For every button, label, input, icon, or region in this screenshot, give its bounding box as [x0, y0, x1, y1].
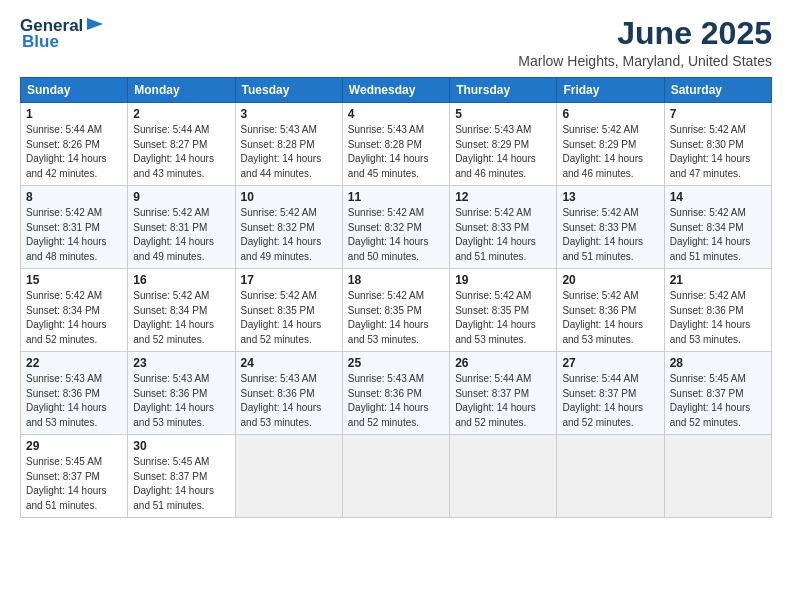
day-info: Sunrise: 5:45 AMSunset: 8:37 PMDaylight:…	[133, 455, 229, 513]
day-info: Sunrise: 5:44 AMSunset: 8:37 PMDaylight:…	[455, 372, 551, 430]
calendar-cell: 2Sunrise: 5:44 AMSunset: 8:27 PMDaylight…	[128, 103, 235, 186]
logo-flag-icon	[85, 16, 105, 36]
day-info: Sunrise: 5:42 AMSunset: 8:31 PMDaylight:…	[133, 206, 229, 264]
day-info: Sunrise: 5:44 AMSunset: 8:27 PMDaylight:…	[133, 123, 229, 181]
month-title: June 2025	[518, 16, 772, 51]
day-info: Sunrise: 5:42 AMSunset: 8:34 PMDaylight:…	[670, 206, 766, 264]
day-number: 15	[26, 273, 122, 287]
calendar-cell: 11Sunrise: 5:42 AMSunset: 8:32 PMDayligh…	[342, 186, 449, 269]
day-info: Sunrise: 5:43 AMSunset: 8:29 PMDaylight:…	[455, 123, 551, 181]
calendar-cell: 7Sunrise: 5:42 AMSunset: 8:30 PMDaylight…	[664, 103, 771, 186]
day-info: Sunrise: 5:42 AMSunset: 8:32 PMDaylight:…	[241, 206, 337, 264]
calendar-cell: 9Sunrise: 5:42 AMSunset: 8:31 PMDaylight…	[128, 186, 235, 269]
week-row-3: 22Sunrise: 5:43 AMSunset: 8:36 PMDayligh…	[21, 352, 772, 435]
day-number: 29	[26, 439, 122, 453]
day-number: 4	[348, 107, 444, 121]
location-title: Marlow Heights, Maryland, United States	[518, 53, 772, 69]
day-info: Sunrise: 5:43 AMSunset: 8:36 PMDaylight:…	[241, 372, 337, 430]
week-row-0: 1Sunrise: 5:44 AMSunset: 8:26 PMDaylight…	[21, 103, 772, 186]
day-info: Sunrise: 5:42 AMSunset: 8:29 PMDaylight:…	[562, 123, 658, 181]
logo: General Blue	[20, 16, 105, 52]
calendar-cell: 30Sunrise: 5:45 AMSunset: 8:37 PMDayligh…	[128, 435, 235, 518]
day-info: Sunrise: 5:45 AMSunset: 8:37 PMDaylight:…	[670, 372, 766, 430]
day-number: 27	[562, 356, 658, 370]
day-number: 3	[241, 107, 337, 121]
calendar-cell: 24Sunrise: 5:43 AMSunset: 8:36 PMDayligh…	[235, 352, 342, 435]
day-number: 19	[455, 273, 551, 287]
day-number: 30	[133, 439, 229, 453]
calendar-table: SundayMondayTuesdayWednesdayThursdayFrid…	[20, 77, 772, 518]
calendar-cell: 20Sunrise: 5:42 AMSunset: 8:36 PMDayligh…	[557, 269, 664, 352]
calendar-cell: 27Sunrise: 5:44 AMSunset: 8:37 PMDayligh…	[557, 352, 664, 435]
header-saturday: Saturday	[664, 78, 771, 103]
day-number: 6	[562, 107, 658, 121]
day-number: 16	[133, 273, 229, 287]
calendar-cell: 26Sunrise: 5:44 AMSunset: 8:37 PMDayligh…	[450, 352, 557, 435]
week-row-4: 29Sunrise: 5:45 AMSunset: 8:37 PMDayligh…	[21, 435, 772, 518]
calendar-cell: 15Sunrise: 5:42 AMSunset: 8:34 PMDayligh…	[21, 269, 128, 352]
day-info: Sunrise: 5:42 AMSunset: 8:34 PMDaylight:…	[133, 289, 229, 347]
day-info: Sunrise: 5:42 AMSunset: 8:31 PMDaylight:…	[26, 206, 122, 264]
week-row-1: 8Sunrise: 5:42 AMSunset: 8:31 PMDaylight…	[21, 186, 772, 269]
day-info: Sunrise: 5:42 AMSunset: 8:36 PMDaylight:…	[562, 289, 658, 347]
header-area: General Blue June 2025 Marlow Heights, M…	[20, 16, 772, 69]
day-info: Sunrise: 5:44 AMSunset: 8:37 PMDaylight:…	[562, 372, 658, 430]
calendar-cell: 23Sunrise: 5:43 AMSunset: 8:36 PMDayligh…	[128, 352, 235, 435]
day-info: Sunrise: 5:42 AMSunset: 8:35 PMDaylight:…	[241, 289, 337, 347]
day-number: 26	[455, 356, 551, 370]
day-info: Sunrise: 5:44 AMSunset: 8:26 PMDaylight:…	[26, 123, 122, 181]
calendar-cell: 16Sunrise: 5:42 AMSunset: 8:34 PMDayligh…	[128, 269, 235, 352]
day-number: 13	[562, 190, 658, 204]
day-number: 21	[670, 273, 766, 287]
calendar-cell: 5Sunrise: 5:43 AMSunset: 8:29 PMDaylight…	[450, 103, 557, 186]
day-number: 22	[26, 356, 122, 370]
day-number: 11	[348, 190, 444, 204]
day-info: Sunrise: 5:42 AMSunset: 8:36 PMDaylight:…	[670, 289, 766, 347]
header-thursday: Thursday	[450, 78, 557, 103]
day-number: 14	[670, 190, 766, 204]
day-info: Sunrise: 5:43 AMSunset: 8:36 PMDaylight:…	[133, 372, 229, 430]
calendar-cell	[342, 435, 449, 518]
day-number: 12	[455, 190, 551, 204]
week-row-2: 15Sunrise: 5:42 AMSunset: 8:34 PMDayligh…	[21, 269, 772, 352]
calendar-cell: 25Sunrise: 5:43 AMSunset: 8:36 PMDayligh…	[342, 352, 449, 435]
day-number: 2	[133, 107, 229, 121]
day-number: 10	[241, 190, 337, 204]
day-number: 17	[241, 273, 337, 287]
logo-blue-text: Blue	[22, 32, 59, 52]
svg-marker-0	[87, 18, 103, 30]
calendar-cell	[235, 435, 342, 518]
day-info: Sunrise: 5:42 AMSunset: 8:35 PMDaylight:…	[348, 289, 444, 347]
calendar-cell: 29Sunrise: 5:45 AMSunset: 8:37 PMDayligh…	[21, 435, 128, 518]
header-wednesday: Wednesday	[342, 78, 449, 103]
day-info: Sunrise: 5:42 AMSunset: 8:34 PMDaylight:…	[26, 289, 122, 347]
calendar-header-row: SundayMondayTuesdayWednesdayThursdayFrid…	[21, 78, 772, 103]
day-number: 24	[241, 356, 337, 370]
day-number: 5	[455, 107, 551, 121]
day-number: 28	[670, 356, 766, 370]
calendar-cell: 10Sunrise: 5:42 AMSunset: 8:32 PMDayligh…	[235, 186, 342, 269]
day-number: 8	[26, 190, 122, 204]
title-area: June 2025 Marlow Heights, Maryland, Unit…	[518, 16, 772, 69]
page: General Blue June 2025 Marlow Heights, M…	[0, 0, 792, 612]
day-info: Sunrise: 5:42 AMSunset: 8:35 PMDaylight:…	[455, 289, 551, 347]
calendar-cell: 22Sunrise: 5:43 AMSunset: 8:36 PMDayligh…	[21, 352, 128, 435]
calendar-cell: 14Sunrise: 5:42 AMSunset: 8:34 PMDayligh…	[664, 186, 771, 269]
calendar-cell: 18Sunrise: 5:42 AMSunset: 8:35 PMDayligh…	[342, 269, 449, 352]
header-friday: Friday	[557, 78, 664, 103]
calendar-cell	[450, 435, 557, 518]
day-number: 9	[133, 190, 229, 204]
calendar-cell: 6Sunrise: 5:42 AMSunset: 8:29 PMDaylight…	[557, 103, 664, 186]
calendar-cell: 1Sunrise: 5:44 AMSunset: 8:26 PMDaylight…	[21, 103, 128, 186]
day-number: 23	[133, 356, 229, 370]
day-info: Sunrise: 5:43 AMSunset: 8:36 PMDaylight:…	[348, 372, 444, 430]
calendar-cell: 3Sunrise: 5:43 AMSunset: 8:28 PMDaylight…	[235, 103, 342, 186]
day-number: 25	[348, 356, 444, 370]
day-info: Sunrise: 5:43 AMSunset: 8:36 PMDaylight:…	[26, 372, 122, 430]
day-info: Sunrise: 5:43 AMSunset: 8:28 PMDaylight:…	[348, 123, 444, 181]
header-sunday: Sunday	[21, 78, 128, 103]
calendar-cell: 8Sunrise: 5:42 AMSunset: 8:31 PMDaylight…	[21, 186, 128, 269]
calendar-cell: 4Sunrise: 5:43 AMSunset: 8:28 PMDaylight…	[342, 103, 449, 186]
calendar-cell	[664, 435, 771, 518]
calendar-cell: 12Sunrise: 5:42 AMSunset: 8:33 PMDayligh…	[450, 186, 557, 269]
